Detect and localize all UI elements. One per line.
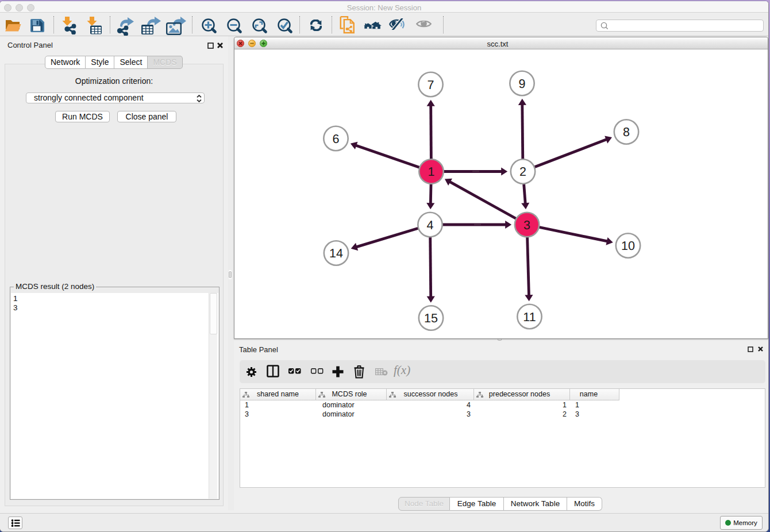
svg-text:6: 6 <box>333 132 340 146</box>
svg-text:10: 10 <box>621 239 635 253</box>
svg-text:3: 3 <box>523 218 530 232</box>
svg-text:1: 1 <box>428 165 435 179</box>
svg-text:14: 14 <box>329 246 343 260</box>
svg-text:8: 8 <box>623 125 630 139</box>
svg-text:11: 11 <box>523 310 536 324</box>
svg-text:2: 2 <box>519 165 526 179</box>
svg-text:7: 7 <box>428 78 434 92</box>
svg-text:15: 15 <box>424 311 438 325</box>
svg-text:9: 9 <box>519 77 526 91</box>
svg-text:4: 4 <box>427 218 434 232</box>
